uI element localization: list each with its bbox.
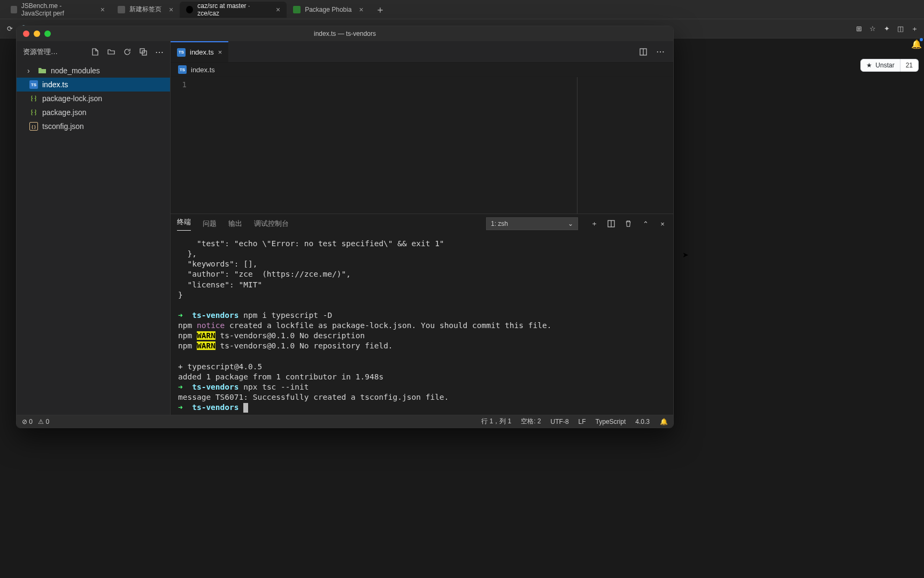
json-file-icon <box>29 108 38 117</box>
unstar-label: Unstar <box>875 62 894 69</box>
tree-file-package-lock[interactable]: package-lock.json <box>17 92 170 105</box>
ruler <box>577 77 578 214</box>
close-panel-icon[interactable]: × <box>658 219 667 228</box>
bell-icon[interactable]: 🔔 <box>912 40 921 48</box>
status-ts-version[interactable]: 4.0.3 <box>635 418 650 425</box>
file-tree: › node_modules TS index.ts package-lock.… <box>17 63 170 133</box>
new-tab-button[interactable]: ＋ <box>370 3 390 16</box>
favicon <box>11 6 17 13</box>
terminal[interactable]: "test": "echo \"Error: no test specified… <box>171 233 673 415</box>
split-terminal-icon[interactable] <box>607 219 615 228</box>
more-icon[interactable]: ⋯ <box>155 48 164 56</box>
github-repo-actions: ★ Unstar 21 <box>674 59 919 72</box>
titlebar: index.ts — ts-vendors <box>17 26 673 41</box>
panel-tab-terminal[interactable]: 终端 <box>177 217 191 231</box>
split-editor-icon[interactable] <box>639 48 648 56</box>
close-icon[interactable]: × <box>218 48 222 56</box>
unstar-button[interactable]: ★ Unstar <box>860 59 900 72</box>
tab-title: caz/src at master · zce/caz <box>197 2 268 17</box>
terminal-selector-label: 1: zsh <box>491 220 508 227</box>
mouse-cursor-icon: ➤ <box>682 250 689 259</box>
explorer-title: 资源管理… <box>23 47 84 57</box>
kill-terminal-icon[interactable] <box>624 219 633 228</box>
editor-tab-index[interactable]: TS index.ts × <box>171 41 228 62</box>
extension-icon[interactable]: ◫ <box>896 25 905 33</box>
translate-icon[interactable]: ⊞ <box>854 25 863 33</box>
new-folder-icon[interactable] <box>107 48 116 56</box>
file-label: tsconfig.json <box>42 122 84 131</box>
star-icon: ★ <box>866 62 872 69</box>
terminal-selector[interactable]: 1: zsh ⌄ <box>486 217 578 230</box>
favicon <box>118 6 125 13</box>
panel-tabs: 终端 问题 输出 调试控制台 1: zsh ⌄ ＋ <box>171 214 673 233</box>
close-icon[interactable]: × <box>169 5 173 14</box>
status-language[interactable]: TypeScript <box>596 418 626 425</box>
tree-file-tsconfig[interactable]: { } tsconfig.json <box>17 119 170 133</box>
breadcrumb[interactable]: TS index.ts <box>171 63 673 77</box>
status-errors[interactable]: ⊘ 0 <box>22 418 33 425</box>
line-number: 1 <box>171 80 187 89</box>
explorer-sidebar: 资源管理… ⋯ › node_modules <box>17 41 171 415</box>
tab-title: Package Phobia <box>305 6 351 13</box>
browser-tab-0[interactable]: JSBench.me - JavaScript perf × <box>4 2 111 18</box>
chevron-right-icon: › <box>27 66 34 75</box>
browser-tab-3[interactable]: Package Phobia × <box>287 2 370 18</box>
status-ln-col[interactable]: 行 1，列 1 <box>481 417 511 426</box>
tab-label: index.ts <box>190 48 214 56</box>
editor-tabs: TS index.ts × ⋯ <box>171 41 673 63</box>
file-label: index.ts <box>42 80 68 89</box>
tree-file-package-json[interactable]: package.json <box>17 105 170 119</box>
close-icon[interactable]: × <box>359 5 364 14</box>
warning-icon: ⚠ <box>38 418 44 425</box>
favicon <box>293 6 301 13</box>
ts-file-icon: TS <box>178 65 187 74</box>
vscode-window: index.ts — ts-vendors 资源管理… ⋯ › <box>16 26 674 428</box>
status-warnings[interactable]: ⚠ 0 <box>38 418 49 425</box>
folder-icon <box>38 66 47 75</box>
chevron-down-icon: ⌄ <box>568 220 573 227</box>
reload-icon[interactable]: ⟳ <box>5 25 14 33</box>
github-header-actions: 🔔 <box>912 40 921 48</box>
star-count[interactable]: 21 <box>900 59 919 72</box>
window-title: index.ts — ts-vendors <box>17 30 673 37</box>
status-bar: ⊘ 0 ⚠ 0 行 1，列 1 空格: 2 UTF-8 LF TypeScrip… <box>17 415 673 428</box>
panel-tab-output[interactable]: 输出 <box>228 219 242 229</box>
maximize-panel-icon[interactable]: ⌃ <box>641 219 650 228</box>
tree-file-index[interactable]: TS index.ts <box>17 78 170 92</box>
add-icon[interactable]: ＋ <box>910 25 919 33</box>
json-file-icon <box>29 94 38 103</box>
panel: 终端 问题 输出 调试控制台 1: zsh ⌄ ＋ <box>171 214 673 415</box>
github-favicon-icon <box>186 6 193 13</box>
ts-file-icon: TS <box>29 80 38 89</box>
browser-tab-strip: JSBench.me - JavaScript perf × 新建标签页 × c… <box>0 0 924 19</box>
panel-tab-problems[interactable]: 问题 <box>203 219 217 229</box>
new-file-icon[interactable] <box>91 48 99 56</box>
file-label: package.json <box>42 108 87 117</box>
gutter: 1 <box>171 77 193 214</box>
new-terminal-icon[interactable]: ＋ <box>590 219 598 228</box>
browser-tab-2[interactable]: caz/src at master · zce/caz × <box>180 2 287 18</box>
ts-file-icon: TS <box>177 48 186 57</box>
more-icon[interactable]: ⋯ <box>656 48 665 56</box>
tsconfig-file-icon: { } <box>29 122 38 131</box>
status-encoding[interactable]: UTF-8 <box>551 418 569 425</box>
tab-title: JSBench.me - JavaScript perf <box>21 2 93 17</box>
close-icon[interactable]: × <box>101 5 105 14</box>
file-label: package-lock.json <box>42 94 102 103</box>
feedback-icon[interactable]: 🔔 <box>659 417 668 426</box>
collapse-icon[interactable] <box>139 48 148 56</box>
status-eol[interactable]: LF <box>579 418 586 425</box>
folder-label: node_modules <box>51 66 100 75</box>
error-icon: ⊘ <box>22 418 27 425</box>
status-spaces[interactable]: 空格: 2 <box>521 417 541 426</box>
tree-folder-node-modules[interactable]: › node_modules <box>17 64 170 78</box>
star-icon[interactable]: ☆ <box>868 25 877 33</box>
code-editor[interactable]: 1 <box>171 77 673 214</box>
explorer-header: 资源管理… ⋯ <box>17 41 170 63</box>
panel-tab-debug[interactable]: 调试控制台 <box>254 219 289 229</box>
reading-list-icon[interactable]: ✦ <box>882 25 891 33</box>
breadcrumb-label: index.ts <box>191 66 215 74</box>
close-icon[interactable]: × <box>276 5 280 14</box>
refresh-icon[interactable] <box>123 48 132 56</box>
browser-tab-1[interactable]: 新建标签页 × <box>111 2 180 18</box>
